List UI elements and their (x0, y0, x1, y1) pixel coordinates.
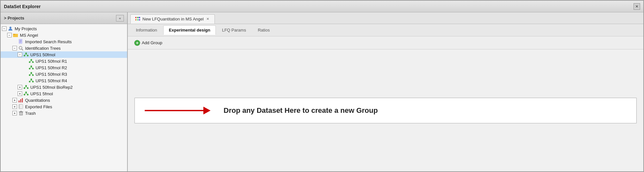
svg-point-34 (25, 85, 27, 87)
tree-item-ups1-r4[interactable]: UPS1 50fmol R4 (1, 77, 127, 84)
expander-ms-angel[interactable]: − (7, 33, 12, 37)
svg-rect-2 (13, 34, 15, 35)
content-tabs: Information Experimental design LFQ Para… (128, 24, 643, 36)
drop-zone-inner: Drop any Dataset Here to create a new Gr… (134, 98, 637, 124)
svg-rect-50 (19, 112, 23, 112)
collapse-button[interactable]: « (116, 15, 124, 21)
search-icon-id-trees (18, 46, 24, 51)
expander-ups1-5fmol[interactable]: + (18, 91, 22, 96)
tree-label-biorep2: UPS1 50fmol BioRep2 (30, 85, 73, 90)
doc-tab-bar: New LFQuantitation in MS Angel ✕ (128, 12, 643, 24)
svg-line-37 (25, 86, 26, 87)
tab-information[interactable]: Information (130, 25, 163, 35)
main-window: DataSet Explorer ✕ > Projects « − My Pro… (0, 0, 644, 172)
add-group-icon: + (134, 40, 140, 46)
tree-label-my-projects: My Projects (15, 26, 37, 31)
svg-point-29 (31, 79, 32, 80)
svg-rect-45 (20, 99, 21, 102)
expander-id-trees[interactable]: − (12, 46, 17, 50)
tree-label-r1: UPS1 50fmol R1 (36, 59, 67, 64)
tree-item-trash[interactable]: + Trash (1, 110, 127, 116)
barchart-icon-quantitations (18, 98, 24, 103)
projects-label: > Projects (4, 16, 24, 20)
svg-line-23 (31, 67, 33, 68)
svg-point-0 (9, 27, 11, 29)
tree-label-quantitations: Quantitations (25, 98, 50, 103)
tree-label-r3: UPS1 50fmol R3 (36, 72, 67, 77)
svg-line-38 (26, 86, 27, 87)
svg-rect-44 (19, 100, 20, 102)
svg-line-32 (30, 80, 32, 81)
tree-item-exported-files[interactable]: + Exported Files (1, 103, 127, 110)
tree-label-ups1-50fmol: UPS1 50fmol (30, 52, 55, 57)
expander-my-projects[interactable]: − (2, 26, 7, 31)
tree-item-ups1-r3[interactable]: UPS1 50fmol R3 (1, 71, 127, 77)
expander-quantitations[interactable]: + (12, 98, 17, 102)
arrow-line (145, 110, 203, 111)
expander-ups1-50fmol[interactable]: − (18, 52, 22, 57)
main-content: > Projects « − My Projects − (1, 12, 643, 171)
svg-rect-48 (20, 104, 23, 109)
molecule-icon-5fmol (23, 91, 29, 96)
molecule-icon-r3 (28, 72, 34, 77)
svg-point-24 (31, 72, 32, 74)
expander-exported-files[interactable]: + (12, 104, 17, 109)
arrow-indicator (145, 107, 211, 114)
file-icon-exported (18, 104, 24, 109)
svg-line-22 (30, 67, 32, 68)
tree-label-r2: UPS1 50fmol R2 (36, 65, 67, 70)
expander-ups1-biorep2[interactable]: + (18, 85, 22, 89)
tree-item-imported[interactable]: Imported Search Results (1, 38, 127, 45)
svg-point-7 (19, 46, 22, 49)
drop-zone: Drop any Dataset Here to create a new Gr… (128, 49, 643, 171)
tree-item-ms-angel[interactable]: − MS Angel (1, 32, 127, 38)
tree-area: − My Projects − MS Angel (1, 24, 127, 171)
tab-lfq-params[interactable]: LFQ Params (216, 25, 252, 35)
svg-line-33 (31, 80, 33, 81)
person-icon (7, 26, 13, 31)
svg-line-27 (30, 73, 32, 74)
tree-item-ups1-biorep2[interactable]: + UPS1 50fmol BioRep2 (1, 84, 127, 90)
svg-point-9 (25, 53, 27, 54)
svg-rect-46 (22, 98, 23, 102)
svg-line-17 (30, 60, 32, 61)
tree-label-5fmol: UPS1 5fmol (30, 91, 53, 96)
doc-tab-label: New LFQuantitation in MS Angel (142, 17, 204, 21)
toolbar: + Add Group (128, 36, 643, 49)
tree-item-quantitations[interactable]: + Quantitations (1, 97, 127, 103)
svg-rect-51 (20, 111, 22, 112)
tab-experimental-design[interactable]: Experimental design (163, 25, 216, 35)
drop-zone-text: Drop any Dataset Here to create a new Gr… (224, 106, 378, 115)
tree-item-id-trees[interactable]: − Identification Trees (1, 45, 127, 51)
window-title: DataSet Explorer (4, 4, 41, 9)
svg-line-8 (22, 49, 23, 50)
trash-icon (18, 111, 24, 116)
tab-ratios[interactable]: Ratios (252, 25, 275, 35)
tree-label-imported: Imported Search Results (25, 39, 72, 44)
svg-line-28 (31, 73, 33, 74)
lfq-tab-icon (135, 17, 140, 21)
folder-icon-ms-angel (13, 33, 19, 38)
tree-label-r4: UPS1 50fmol R4 (36, 78, 67, 83)
doc-tab-close-button[interactable]: ✕ (206, 17, 210, 21)
doc-tab-lfquantitation[interactable]: New LFQuantitation in MS Angel ✕ (130, 14, 215, 24)
tree-item-ups1-r2[interactable]: UPS1 50fmol R2 (1, 64, 127, 71)
add-group-button[interactable]: + Add Group (131, 39, 166, 47)
tree-item-ups1-50fmol[interactable]: − UPS1 50fmol (1, 51, 127, 58)
tree-item-ups1-5fmol[interactable]: + UPS1 5fmol (1, 90, 127, 97)
molecule-icon-biorep2 (23, 85, 29, 90)
svg-line-18 (31, 60, 33, 61)
tree-item-ups1-r1[interactable]: UPS1 50fmol R1 (1, 58, 127, 64)
svg-line-12 (25, 54, 26, 55)
expander-trash[interactable]: + (12, 111, 17, 115)
svg-point-14 (31, 59, 32, 61)
tree-label-exported-files: Exported Files (25, 104, 52, 109)
tree-label-trash: Trash (25, 111, 36, 116)
molecule-icon-ups1-50fmol (23, 52, 29, 57)
window-close-button[interactable]: ✕ (634, 3, 640, 10)
tree-item-my-projects[interactable]: − My Projects (1, 25, 127, 32)
svg-line-42 (25, 93, 26, 94)
tree-label-ms-angel: MS Angel (20, 33, 38, 38)
right-panel: New LFQuantitation in MS Angel ✕ Informa… (128, 12, 643, 171)
molecule-icon-r2 (28, 65, 34, 70)
